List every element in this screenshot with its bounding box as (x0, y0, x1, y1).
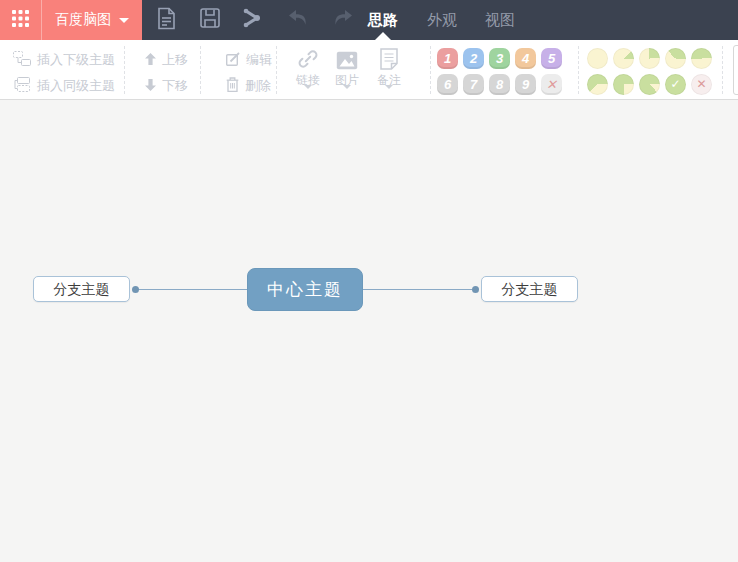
connector-dot-left (132, 286, 139, 293)
redo-icon (333, 10, 353, 31)
edit-button[interactable]: 编辑 (226, 49, 272, 71)
edit-pencil-icon (226, 52, 240, 69)
progress-5-of-8-button[interactable] (587, 74, 608, 95)
progress-done-button[interactable]: ✓ (665, 74, 686, 95)
note-button[interactable]: 备注 (369, 46, 409, 98)
active-tab-pointer (375, 32, 391, 40)
priority-8-button[interactable]: 8 (489, 74, 510, 95)
arrow-up-icon (145, 53, 156, 68)
priority-6-button[interactable]: 6 (437, 74, 458, 95)
branch-topic-left[interactable]: 分支主题 (33, 276, 130, 302)
progress-3-of-8-button[interactable] (665, 48, 686, 69)
central-topic[interactable]: 中心主题 (247, 268, 363, 311)
brand-area: 百度脑图 (0, 0, 142, 40)
share-button[interactable] (236, 0, 270, 40)
priority-4-button[interactable]: 4 (515, 48, 536, 69)
clipped-toolbar-group (733, 45, 738, 95)
insert-child-topic-button[interactable]: 插入下级主题 (13, 49, 115, 71)
connector-line-right (363, 289, 472, 290)
separator (276, 46, 277, 94)
separator (578, 46, 579, 94)
separator (722, 46, 723, 94)
mindmap-canvas[interactable]: 分支主题 中心主题 分支主题 (0, 100, 738, 562)
progress-4-of-8-button[interactable] (691, 48, 712, 69)
new-document-button[interactable] (149, 0, 183, 40)
progress-0-of-8-button[interactable] (587, 48, 608, 69)
grid-icon (12, 10, 29, 31)
edit-label: 编辑 (246, 51, 272, 69)
connector-dot-right (472, 286, 479, 293)
progress-6-of-8-button[interactable] (613, 74, 634, 95)
progress-7-of-8-button[interactable] (639, 74, 660, 95)
move-up-label: 上移 (162, 51, 188, 69)
trash-icon (226, 77, 239, 95)
priority-7-button[interactable]: 7 (463, 74, 484, 95)
branch-topic-right[interactable]: 分支主题 (481, 276, 578, 302)
note-icon (369, 46, 409, 70)
brand-label: 百度脑图 (55, 11, 111, 29)
delete-label: 删除 (245, 77, 271, 95)
tab-view[interactable]: 视图 (484, 0, 516, 40)
priority-2-button[interactable]: 2 (463, 48, 484, 69)
move-down-label: 下移 (162, 77, 188, 95)
save-button[interactable] (193, 0, 227, 40)
top-bar: 百度脑图 (0, 0, 738, 40)
insert-sibling-label: 插入同级主题 (37, 77, 115, 95)
separator (124, 46, 125, 94)
image-icon (327, 46, 367, 70)
tab-appearance[interactable]: 外观 (426, 0, 458, 40)
insert-child-icon (13, 51, 31, 69)
priority-3-button[interactable]: 3 (489, 48, 510, 69)
separator (430, 46, 431, 94)
priority-remove-button[interactable]: ✕ (541, 74, 562, 95)
undo-icon (288, 10, 308, 31)
delete-button[interactable]: 删除 (226, 75, 271, 97)
progress-1-of-8-button[interactable] (613, 48, 634, 69)
separator (200, 46, 201, 94)
priority-5-button[interactable]: 5 (541, 48, 562, 69)
image-button[interactable]: 图片 (327, 46, 367, 98)
priority-9-button[interactable]: 9 (515, 74, 536, 95)
ribbon-toolbar: 插入下级主题 插入同级主题 上移 下移 编辑 (0, 40, 738, 100)
priority-1-button[interactable]: 1 (437, 48, 458, 69)
redo-button[interactable] (326, 0, 360, 40)
chevron-down-icon (119, 18, 129, 23)
progress-remove-button[interactable]: ✕ (691, 74, 712, 95)
move-up-button[interactable]: 上移 (145, 49, 188, 71)
save-icon (200, 8, 220, 32)
insert-sibling-topic-button[interactable]: 插入同级主题 (13, 75, 115, 97)
link-button[interactable]: 链接 (288, 46, 328, 98)
brand-menu-button[interactable]: 百度脑图 (42, 0, 142, 40)
undo-button[interactable] (281, 0, 315, 40)
link-icon (288, 46, 328, 70)
progress-2-of-8-button[interactable] (639, 48, 660, 69)
insert-child-label: 插入下级主题 (37, 51, 115, 69)
share-icon (242, 8, 264, 32)
app-grid-button[interactable] (0, 0, 42, 40)
move-down-button[interactable]: 下移 (145, 75, 188, 97)
new-document-icon (157, 7, 176, 34)
connector-line-left (136, 289, 247, 290)
arrow-down-icon (145, 79, 156, 94)
insert-sibling-icon (13, 77, 31, 95)
